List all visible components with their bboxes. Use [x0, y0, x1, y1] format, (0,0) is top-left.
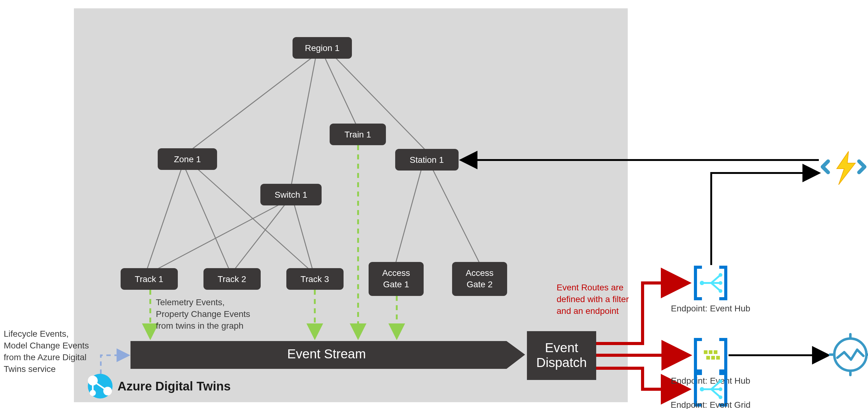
event-stream: Event Stream: [130, 341, 525, 369]
node-track2-label: Track 2: [218, 274, 246, 284]
node-track1-label: Track 1: [135, 274, 163, 284]
node-region: Region 1: [292, 37, 352, 59]
svg-rect-47: [716, 356, 720, 360]
svg-point-52: [700, 387, 704, 391]
node-switch-label: Switch 1: [275, 190, 307, 200]
svg-point-55: [719, 396, 722, 399]
svg-point-38: [700, 281, 704, 285]
lifecycle-note-2: Model Change Events: [4, 341, 89, 350]
azure-digital-twins-label: Azure Digital Twins: [118, 379, 231, 393]
svg-rect-44: [714, 350, 717, 354]
node-gate2-label-a: Access: [466, 268, 494, 278]
node-gate1-label-a: Access: [382, 268, 410, 278]
lifecycle-note-4: Twins service: [4, 364, 56, 374]
time-series-insights-icon: [830, 334, 868, 375]
event-hub-icon-1: [694, 266, 727, 300]
node-track1: Track 1: [121, 268, 178, 290]
svg-rect-42: [704, 350, 708, 354]
node-gate1-label-b: Gate 1: [383, 279, 409, 289]
svg-point-40: [719, 281, 722, 285]
node-zone-label: Zone 1: [174, 155, 201, 164]
svg-rect-45: [706, 356, 710, 360]
svg-point-54: [719, 387, 722, 391]
routes-note: Event Routes are defined with a filter a…: [557, 283, 629, 316]
svg-rect-46: [711, 356, 715, 360]
svg-rect-20: [369, 262, 424, 296]
telemetry-note-1: Telemetry Events,: [156, 298, 225, 307]
lifecycle-note-1: Lifecycle Events,: [4, 329, 69, 339]
node-track2: Track 2: [204, 268, 261, 290]
event-hub-icon-2: [694, 338, 727, 373]
event-stream-label: Event Stream: [287, 347, 366, 361]
event-dispatch-label-a: Event: [545, 340, 578, 355]
telemetry-note-3: from twins in the graph: [156, 321, 243, 331]
endpoint-grid-label: Endpoint: Event Grid: [671, 400, 750, 409]
lifecycle-note-3: from the Azure Digital: [4, 352, 87, 362]
azure-functions-icon: [823, 151, 865, 185]
azure-digital-twins-icon: [88, 374, 113, 399]
routes-note-2: defined with a filter: [557, 295, 629, 304]
svg-rect-21: [452, 262, 507, 296]
routes-note-3: and an endpoint: [557, 306, 619, 316]
node-gate2-label-b: Gate 2: [467, 279, 493, 289]
node-gate2: Access Gate 2: [452, 262, 507, 296]
svg-point-41: [719, 289, 722, 293]
event-dispatch-label-b: Dispatch: [536, 355, 587, 370]
arrow-hub-to-func: [711, 173, 818, 265]
routes-note-1: Event Routes are: [557, 283, 623, 292]
svg-point-39: [719, 273, 722, 277]
event-dispatch: Event Dispatch: [527, 331, 596, 380]
telemetry-note-2: Property Change Events: [156, 309, 250, 319]
endpoint-hub1-label: Endpoint: Event Hub: [671, 304, 750, 313]
diagram-canvas: Region 1 Zone 1 Train 1 Station 1 Switch…: [0, 0, 868, 409]
node-track3-label: Track 3: [301, 274, 329, 284]
svg-marker-56: [837, 151, 855, 185]
node-zone: Zone 1: [158, 148, 217, 170]
node-switch: Switch 1: [260, 184, 321, 205]
node-train-label: Train 1: [344, 130, 371, 139]
node-region-label: Region 1: [305, 43, 340, 53]
svg-rect-43: [709, 350, 712, 354]
svg-point-53: [719, 379, 722, 383]
node-track3: Track 3: [286, 268, 344, 290]
node-train: Train 1: [330, 124, 386, 145]
endpoint-hub2-label: Endpoint: Event Hub: [671, 376, 750, 385]
node-gate1: Access Gate 1: [369, 262, 424, 296]
node-station: Station 1: [395, 149, 459, 171]
node-station-label: Station 1: [410, 155, 444, 165]
